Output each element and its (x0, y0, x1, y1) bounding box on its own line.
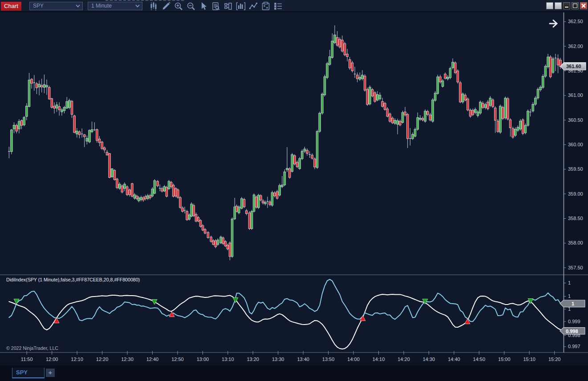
svg-text:358.50: 358.50 (568, 216, 583, 221)
svg-text:357.50: 357.50 (568, 265, 583, 270)
svg-text:362.50: 362.50 (568, 19, 583, 24)
svg-text:DidiIndex(SPY (1 Minute),false: DidiIndex(SPY (1 Minute),false,3,#FF87CE… (6, 277, 140, 282)
svg-text:359.00: 359.00 (568, 191, 583, 197)
svg-text:361.60: 361.60 (566, 64, 581, 69)
svg-text:13:10: 13:10 (222, 357, 234, 362)
svg-text:14:10: 14:10 (373, 357, 385, 362)
svg-text:14:20: 14:20 (397, 357, 410, 362)
svg-text:12:40: 12:40 (146, 357, 159, 362)
svg-text:359.50: 359.50 (568, 166, 583, 172)
svg-text:1: 1 (572, 301, 574, 306)
svg-text:0.999: 0.999 (568, 319, 580, 324)
svg-text:14:50: 14:50 (473, 357, 486, 362)
svg-text:12:20: 12:20 (96, 357, 109, 362)
svg-text:14:30: 14:30 (423, 357, 435, 362)
svg-text:14:00: 14:00 (347, 357, 360, 362)
svg-text:© 2022 NinjaTrader, LLC: © 2022 NinjaTrader, LLC (6, 345, 58, 351)
svg-text:1: 1 (568, 280, 571, 285)
svg-text:14:40: 14:40 (448, 357, 460, 362)
svg-text:13:00: 13:00 (197, 357, 209, 362)
svg-text:13:30: 13:30 (272, 357, 284, 362)
svg-text:12:50: 12:50 (171, 357, 184, 362)
svg-text:15:20: 15:20 (548, 357, 561, 362)
svg-text:361.00: 361.00 (568, 92, 583, 98)
svg-text:15:10: 15:10 (523, 357, 535, 362)
svg-text:360.50: 360.50 (568, 117, 583, 123)
svg-text:11:50: 11:50 (21, 357, 33, 362)
svg-text:360.00: 360.00 (568, 142, 583, 147)
svg-text:362.00: 362.00 (568, 44, 583, 49)
svg-text:13:40: 13:40 (297, 357, 309, 362)
svg-text:13:50: 13:50 (322, 357, 335, 362)
svg-text:0.997: 0.997 (568, 344, 580, 349)
svg-text:12:30: 12:30 (121, 357, 134, 362)
svg-text:12:10: 12:10 (71, 357, 83, 362)
svg-text:13:20: 13:20 (247, 357, 259, 362)
svg-text:0.998: 0.998 (566, 329, 578, 334)
svg-text:12:00: 12:00 (46, 357, 58, 362)
svg-text:1: 1 (568, 293, 571, 299)
svg-text:358.00: 358.00 (568, 240, 583, 245)
svg-text:15:00: 15:00 (498, 357, 511, 362)
